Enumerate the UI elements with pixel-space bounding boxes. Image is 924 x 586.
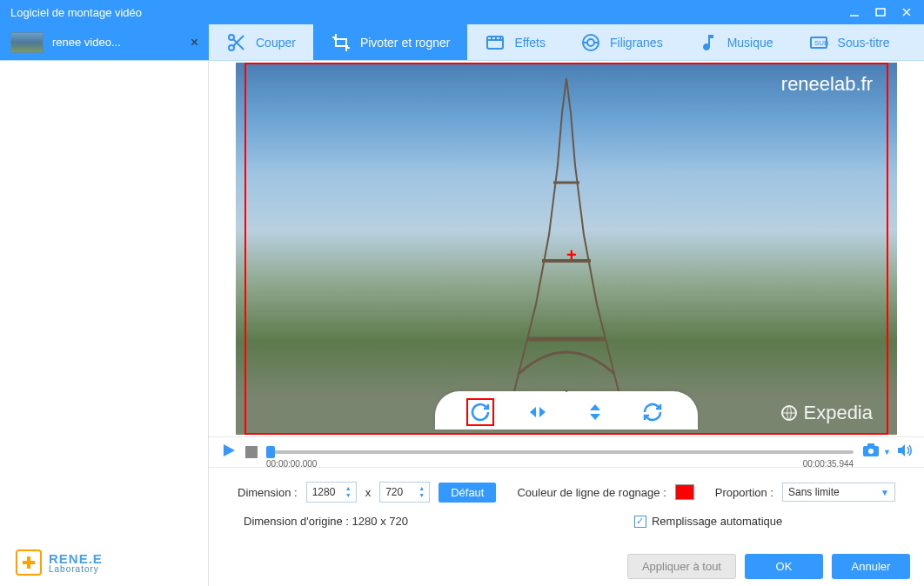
sidebar bbox=[0, 61, 209, 586]
default-button[interactable]: Défaut bbox=[439, 483, 496, 503]
minimize-button[interactable] bbox=[842, 3, 867, 21]
svg-point-14 bbox=[587, 39, 594, 46]
autofill-label: Remplissage automatique bbox=[652, 515, 782, 528]
music-note-icon bbox=[698, 32, 719, 53]
mode-label: Couper bbox=[256, 36, 296, 50]
file-tab[interactable]: renee video... × bbox=[0, 24, 209, 60]
flip-vertical-button[interactable] bbox=[581, 398, 609, 426]
bottom-bar: Appliquer à tout OK Annuler bbox=[209, 547, 924, 586]
svg-point-25 bbox=[868, 449, 874, 454]
original-dimension-label: Dimension d'origine : 1280 x 720 bbox=[244, 515, 408, 528]
crop-color-label: Couleur de ligne de rognage : bbox=[517, 486, 666, 499]
apply-all-button[interactable]: Appliquer à tout bbox=[627, 554, 736, 579]
subtitle-icon: SUB bbox=[808, 32, 829, 53]
mode-effects[interactable]: Effets bbox=[467, 24, 563, 60]
svg-rect-29 bbox=[23, 561, 35, 564]
svg-marker-27 bbox=[898, 444, 905, 456]
crop-rotate-icon bbox=[331, 32, 352, 53]
dimension-label: Dimension : bbox=[238, 486, 298, 499]
mode-label: Filigranes bbox=[610, 36, 663, 50]
ok-button[interactable]: OK bbox=[745, 554, 823, 579]
autofill-checkbox-wrap[interactable]: ✓ Remplissage automatique bbox=[634, 515, 782, 528]
mode-music[interactable]: Musique bbox=[680, 24, 791, 60]
rotate-cw-button[interactable] bbox=[466, 398, 494, 426]
video-preview[interactable]: reneelab.fr Expedia + ⌄ bbox=[236, 63, 897, 435]
mode-watermark[interactable]: Filigranes bbox=[563, 24, 680, 60]
preview-container: reneelab.fr Expedia + ⌄ bbox=[209, 61, 924, 436]
height-spinner[interactable]: ▲▼ bbox=[418, 485, 427, 499]
titlebar: Logiciel de montage vidéo bbox=[0, 0, 924, 24]
width-spinner[interactable]: ▲▼ bbox=[345, 485, 354, 499]
crop-center-marker[interactable]: + bbox=[566, 245, 577, 265]
play-button[interactable] bbox=[221, 443, 237, 462]
chevron-down-icon: ▼ bbox=[880, 488, 889, 497]
mode-cut[interactable]: Couper bbox=[209, 24, 313, 60]
tab-close-button[interactable]: × bbox=[191, 35, 198, 50]
logo-icon bbox=[16, 549, 42, 576]
watermark-icon bbox=[580, 32, 601, 53]
volume-button[interactable] bbox=[896, 443, 912, 462]
close-button[interactable] bbox=[894, 3, 919, 21]
proportion-select[interactable]: Sans limite ▼ bbox=[782, 483, 895, 502]
time-end: 00:00:35.944 bbox=[803, 459, 854, 469]
flip-horizontal-button[interactable] bbox=[524, 398, 552, 426]
mode-subtitle[interactable]: SUB Sous-titre bbox=[791, 24, 907, 60]
logo-sub-text: Laboratory bbox=[49, 565, 103, 574]
crop-color-picker[interactable] bbox=[675, 484, 694, 500]
height-input[interactable]: 720 ▲▼ bbox=[379, 482, 430, 503]
width-input[interactable]: 1280 ▲▼ bbox=[306, 482, 357, 503]
toolbar-row: renee video... × Couper Pivoter et rogne… bbox=[0, 24, 924, 61]
window-title: Logiciel de montage vidéo bbox=[10, 6, 142, 19]
tab-label: renee video... bbox=[52, 36, 198, 49]
svg-rect-26 bbox=[867, 443, 874, 447]
scissors-icon bbox=[226, 32, 247, 53]
logo-main-text: RENE.E bbox=[49, 552, 103, 565]
mode-label: Effets bbox=[514, 36, 546, 50]
content: reneelab.fr Expedia + ⌄ bbox=[209, 61, 924, 586]
mode-label: Sous-titre bbox=[838, 36, 890, 50]
controls-panel: Dimension : 1280 ▲▼ x 720 ▲▼ Défaut Coul… bbox=[209, 468, 924, 554]
timeline: 00:00:00.000 00:00:35.944 ▼ bbox=[209, 436, 924, 468]
stop-button[interactable] bbox=[245, 446, 258, 458]
reset-rotate-button[interactable] bbox=[639, 398, 666, 426]
snapshot-button[interactable] bbox=[862, 443, 881, 462]
window-controls bbox=[842, 3, 919, 21]
svg-point-5 bbox=[229, 45, 234, 50]
svg-text:SUB: SUB bbox=[814, 39, 828, 47]
rotate-toolbar: ⌄ bbox=[435, 391, 698, 430]
proportion-label: Proportion : bbox=[715, 486, 773, 499]
time-start: 00:00:00.000 bbox=[266, 459, 317, 469]
svg-marker-23 bbox=[224, 444, 235, 456]
tab-thumbnail bbox=[10, 32, 44, 53]
mode-label: Pivoter et rogner bbox=[360, 36, 451, 50]
timeline-track[interactable]: 00:00:00.000 00:00:35.944 bbox=[266, 450, 854, 454]
dim-separator: x bbox=[365, 486, 372, 499]
snapshot-dropdown[interactable]: ▼ bbox=[883, 448, 891, 456]
mode-rotate-crop[interactable]: Pivoter et rogner bbox=[313, 24, 468, 60]
svg-rect-1 bbox=[876, 9, 885, 16]
toolbar-collapse-handle[interactable]: ⌄ bbox=[563, 384, 570, 394]
maximize-button[interactable] bbox=[868, 3, 893, 21]
main-area: reneelab.fr Expedia + ⌄ bbox=[0, 61, 924, 586]
effects-icon bbox=[485, 32, 506, 53]
cancel-button[interactable]: Annuler bbox=[832, 554, 910, 579]
brand-logo: RENE.E Laboratory bbox=[16, 549, 103, 576]
mode-label: Musique bbox=[727, 36, 773, 50]
timeline-playhead[interactable] bbox=[266, 446, 275, 458]
svg-point-4 bbox=[229, 35, 234, 40]
autofill-checkbox[interactable]: ✓ bbox=[634, 516, 646, 528]
mode-tabs: Couper Pivoter et rogner Effets Filigran… bbox=[209, 24, 924, 60]
